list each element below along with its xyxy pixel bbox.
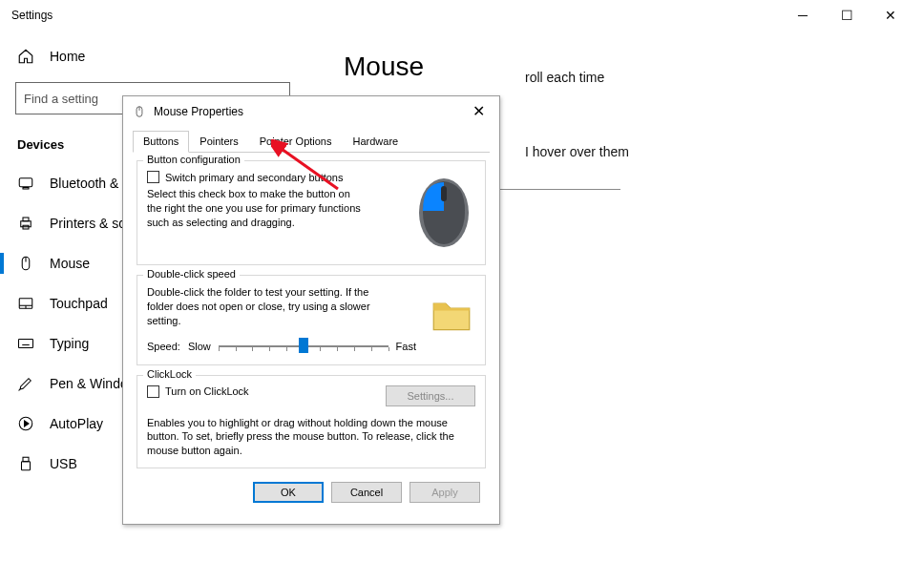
switch-buttons-help: Select this check box to make the button… [147, 187, 367, 230]
home-icon [17, 48, 34, 65]
svg-marker-17 [25, 421, 30, 426]
svg-rect-18 [23, 457, 29, 462]
cancel-button[interactable]: Cancel [331, 482, 402, 503]
tab-pointers[interactable]: Pointers [189, 131, 248, 153]
printer-icon [17, 215, 34, 232]
apply-button: Apply [410, 482, 480, 503]
scroll-hint-text: roll each time [525, 70, 886, 85]
maximize-button[interactable]: ☐ [825, 0, 869, 31]
bluetooth-icon [17, 175, 34, 192]
group-double-click-speed: Double-click speed Double-click the fold… [136, 275, 486, 365]
group-legend: Double-click speed [143, 268, 240, 280]
fast-label: Fast [396, 341, 416, 352]
group-legend: Button configuration [143, 154, 244, 165]
usb-icon [17, 455, 34, 472]
mouse-illustration [414, 175, 473, 251]
mouse-properties-dialog: Mouse Properties ✕ Buttons Pointers Poin… [122, 95, 500, 525]
svg-rect-10 [19, 340, 33, 348]
mouse-icon [17, 255, 34, 272]
slow-label: Slow [188, 341, 211, 352]
dialog-tab-row: Buttons Pointers Pointer Options Hardwar… [133, 130, 490, 153]
clicklock-label: Turn on ClickLock [165, 385, 249, 397]
minimize-button[interactable]: ─ [781, 0, 825, 31]
clicklock-help: Enables you to highlight or drag without… [147, 416, 462, 459]
mouse-dialog-icon [133, 105, 146, 118]
svg-rect-1 [23, 188, 29, 190]
sidebar-item-label: USB [50, 456, 77, 471]
pen-icon [17, 375, 34, 392]
svg-rect-2 [21, 221, 32, 227]
folder-test-icon[interactable] [428, 285, 475, 341]
dialog-close-button[interactable]: ✕ [467, 102, 490, 120]
sidebar-item-label: Bluetooth & ... [50, 176, 134, 191]
clicklock-checkbox[interactable] [147, 385, 159, 398]
tab-buttons[interactable]: Buttons [133, 131, 189, 153]
autoplay-icon [17, 415, 34, 432]
double-click-help: Double-click the folder to test your set… [147, 285, 395, 328]
close-button[interactable]: ✕ [869, 0, 913, 31]
tab-pointer-options[interactable]: Pointer Options [249, 131, 343, 153]
home-nav[interactable]: Home [0, 38, 305, 74]
keyboard-icon [17, 335, 34, 352]
switch-buttons-label: Switch primary and secondary buttons [165, 172, 343, 183]
clicklock-settings-button: Settings... [386, 385, 475, 406]
search-placeholder: Find a setting [24, 92, 98, 106]
window-title: Settings [11, 9, 781, 22]
switch-buttons-checkbox[interactable] [147, 171, 159, 183]
ok-button[interactable]: OK [253, 482, 324, 503]
touchpad-icon [17, 295, 34, 312]
svg-rect-0 [19, 178, 32, 187]
speed-slider[interactable] [219, 338, 388, 355]
sidebar-item-label: Mouse [50, 256, 90, 271]
svg-rect-24 [441, 186, 447, 201]
speed-label: Speed: [147, 341, 180, 352]
sidebar-item-label: AutoPlay [50, 416, 103, 431]
group-button-configuration: Button configuration Switch primary and … [136, 160, 486, 265]
sidebar-item-label: Typing [50, 336, 89, 351]
group-clicklock: ClickLock Settings... Turn on ClickLock … [136, 375, 486, 469]
tab-hardware[interactable]: Hardware [343, 131, 410, 153]
svg-rect-19 [22, 462, 31, 470]
dialog-title-text: Mouse Properties [154, 105, 243, 118]
group-legend: ClickLock [143, 368, 196, 380]
home-label: Home [50, 49, 85, 64]
svg-rect-3 [23, 218, 29, 221]
sidebar-item-label: Touchpad [50, 296, 108, 311]
hover-hint-text: I hover over them [525, 144, 886, 159]
